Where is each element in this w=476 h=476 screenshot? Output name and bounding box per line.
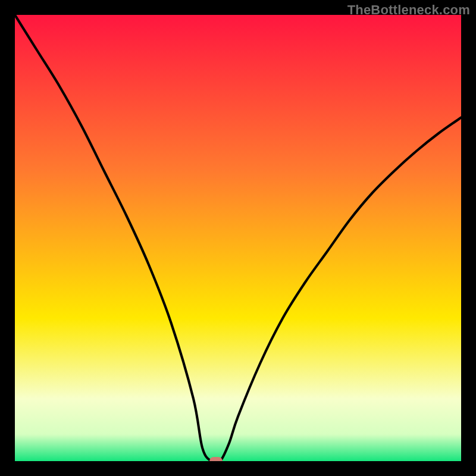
plot-area xyxy=(15,15,461,461)
watermark-text: TheBottleneck.com xyxy=(347,2,470,18)
figure-frame: TheBottleneck.com xyxy=(0,0,476,476)
bottleneck-curve xyxy=(15,15,461,461)
optimal-point-marker xyxy=(209,457,223,461)
